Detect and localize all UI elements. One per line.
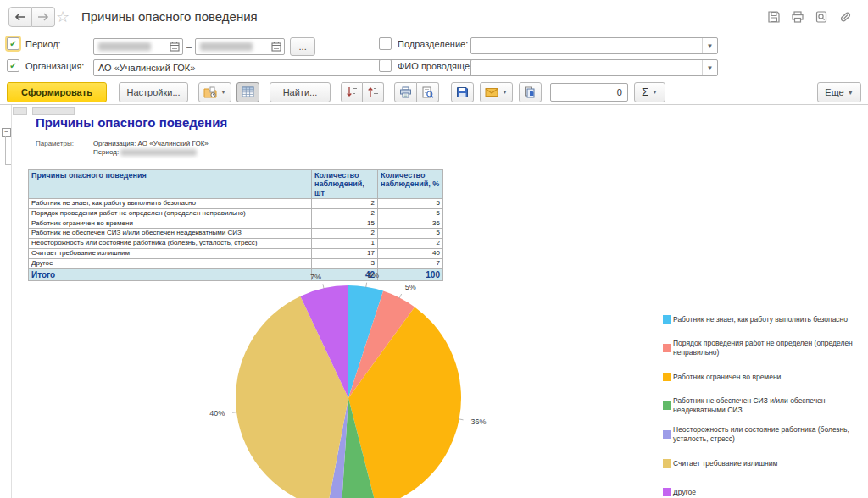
collapse-group-button[interactable]: −: [2, 128, 11, 137]
calendar-icon[interactable]: [268, 39, 284, 54]
organization-checkbox[interactable]: [7, 59, 19, 72]
period-fields: – ...: [93, 37, 315, 56]
back-button[interactable]: [8, 7, 32, 27]
table-row[interactable]: Работник не знает, как работу выполнить …: [29, 199, 443, 209]
param-period: Период:: [93, 148, 209, 156]
table-row[interactable]: Считает требование излишним 17 40: [29, 249, 443, 259]
chevron-down-icon: ▼: [848, 90, 854, 96]
report-variants-button[interactable]: ▼: [198, 82, 231, 102]
organization-label: Организация:: [25, 61, 84, 71]
count-cell[interactable]: 2: [312, 229, 378, 239]
nav-buttons: [8, 7, 55, 27]
forward-button[interactable]: [32, 7, 55, 27]
period-label: Период:: [25, 39, 61, 49]
pct-cell[interactable]: 40: [378, 249, 443, 259]
cause-cell[interactable]: Другое: [29, 258, 312, 268]
pct-cell[interactable]: 5: [378, 199, 443, 209]
sort-asc-icon: [367, 86, 379, 97]
preview-magnifier-icon: [421, 86, 434, 98]
table-row[interactable]: Работник не обеспечен СИЗ и/или обеспече…: [29, 229, 443, 239]
send-mail-button[interactable]: ▼: [480, 82, 513, 102]
table-row[interactable]: Порядок проведения работ не определен (о…: [29, 208, 443, 219]
pie-percent-label: 5%: [405, 283, 416, 291]
link-icon[interactable]: [838, 10, 853, 24]
table-row[interactable]: Неосторожность или состояние работника (…: [29, 239, 443, 249]
chevron-down-icon: ▼: [652, 89, 658, 95]
period-checkbox[interactable]: [7, 37, 19, 50]
pct-cell[interactable]: 36: [378, 219, 443, 229]
pct-cell[interactable]: 5: [378, 229, 443, 239]
table-row[interactable]: Работник ограничен во времени 15 36: [29, 219, 443, 229]
save-copy-button[interactable]: [519, 82, 542, 102]
sort-descending-button[interactable]: [341, 82, 363, 102]
find-button[interactable]: Найти...: [270, 82, 331, 102]
print-icon[interactable]: [791, 10, 804, 24]
pct-cell[interactable]: 2: [378, 239, 443, 249]
legend-swatch: [663, 401, 671, 410]
chevron-down-icon[interactable]: ▼: [702, 38, 717, 53]
sum-button[interactable]: Σ ▼: [634, 82, 665, 102]
legend-label: Работник не знает, как работу выполнить …: [673, 315, 848, 324]
print-button[interactable]: [394, 82, 417, 102]
favorite-star-icon[interactable]: ☆: [56, 8, 70, 26]
grid-toggle-button[interactable]: [236, 82, 259, 102]
conductor-combo[interactable]: ▼: [470, 59, 718, 76]
calendar-glyph: [271, 42, 281, 52]
cause-cell[interactable]: Считает требование излишним: [29, 249, 312, 259]
count-cell[interactable]: 1: [312, 239, 378, 249]
settings-button[interactable]: Настройки...: [119, 82, 188, 102]
save-result-button[interactable]: [451, 82, 474, 102]
table-row[interactable]: Другое 3 7: [29, 258, 443, 268]
period-from-value-redacted: [98, 42, 151, 51]
pct-cell[interactable]: 5: [378, 208, 443, 219]
counter-input[interactable]: 0: [550, 83, 628, 102]
count-cell[interactable]: 15: [312, 219, 378, 229]
chart-legend: Работник не знает, как работу выполнить …: [663, 310, 863, 498]
cause-cell[interactable]: Работник не знает, как работу выполнить …: [29, 199, 312, 209]
page-title: Причины опасного поведения: [81, 9, 258, 24]
floppy-icon: [456, 86, 469, 98]
legend-item: Работник не обеспечен СИЗ и/или обеспече…: [663, 396, 863, 415]
pie-percent-label: 36%: [470, 418, 486, 426]
legend-item: Неосторожность или состояние работника (…: [663, 425, 863, 444]
more-button[interactable]: Еще ▼: [817, 82, 861, 102]
count-cell[interactable]: 2: [312, 208, 378, 219]
count-cell[interactable]: 17: [312, 249, 378, 259]
sort-ascending-button[interactable]: [363, 82, 384, 102]
column-header[interactable]: Причины опасного поведения: [29, 170, 312, 199]
period-to-input[interactable]: [195, 38, 285, 55]
chevron-down-icon[interactable]: ▼: [702, 60, 717, 75]
cause-cell[interactable]: Неосторожность или состояние работника (…: [29, 239, 312, 249]
params-values: Организация: АО «Учалинский ГОК» Период:: [93, 140, 209, 157]
legend-item: Работник не знает, как работу выполнить …: [663, 310, 863, 329]
print-buttons: [394, 82, 439, 102]
department-checkbox[interactable]: [379, 37, 392, 50]
calendar-icon[interactable]: [166, 39, 182, 54]
legend-label: Другое: [673, 488, 696, 497]
table-header-row: Причины опасного поведения Количество на…: [29, 170, 443, 199]
generate-button[interactable]: Сформировать: [7, 82, 107, 102]
group-header-cell[interactable]: [13, 107, 27, 115]
cause-cell[interactable]: Работник ограничен во времени: [29, 219, 312, 229]
column-header[interactable]: Количество наблюдений, %: [378, 170, 443, 199]
preview-icon[interactable]: [815, 10, 828, 24]
conductor-checkbox[interactable]: [379, 59, 392, 72]
period-from-input[interactable]: [93, 38, 183, 55]
pie-percent-label: 40%: [209, 409, 225, 418]
save-icon[interactable]: [767, 10, 781, 24]
sigma-label: Σ: [642, 86, 648, 98]
print-preview-button[interactable]: [417, 82, 439, 102]
cause-cell[interactable]: Работник не обеспечен СИЗ и/или обеспече…: [29, 229, 312, 239]
department-combo[interactable]: ▼: [470, 37, 718, 54]
column-header[interactable]: Количество наблюдений, шт: [312, 170, 378, 199]
group-header-cell[interactable]: [32, 107, 75, 115]
count-cell[interactable]: 3: [312, 258, 378, 268]
count-cell[interactable]: 2: [312, 199, 378, 209]
pct-cell[interactable]: 7: [378, 258, 443, 268]
legend-swatch: [663, 488, 671, 496]
period-more-button[interactable]: ...: [290, 37, 315, 56]
cause-cell[interactable]: Порядок проведения работ не определен (о…: [29, 208, 312, 219]
report-toolbar: Сформировать Настройки... ▼ Найти...: [0, 80, 868, 105]
label-tick: [399, 294, 402, 298]
legend-item: Считает требование излишним: [663, 454, 863, 473]
